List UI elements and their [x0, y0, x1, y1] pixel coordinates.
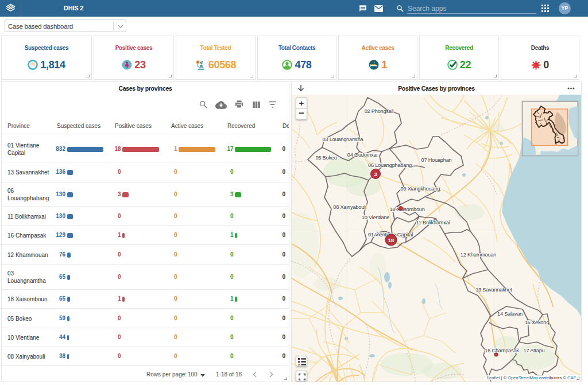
svg-text:16 Champasak: 16 Champasak [485, 348, 519, 353]
svg-text:13 Savannakhet: 13 Savannakhet [475, 287, 512, 293]
svg-text:3: 3 [374, 172, 377, 177]
svg-text:08 Xainyabouli: 08 Xainyabouli [333, 204, 366, 210]
svg-text:02 Phongsali: 02 Phongsali [365, 108, 394, 114]
svg-text:07 Houaphan: 07 Houaphan [421, 157, 452, 163]
svg-text:15 Xekong: 15 Xekong [525, 320, 549, 325]
svg-text:18 Xaisomboun: 18 Xaisomboun [389, 207, 424, 212]
svg-text:03 Louangnamtha: 03 Louangnamtha [322, 137, 363, 142]
svg-text:09 Xiangkhouang.: 09 Xiangkhouang. [401, 186, 442, 192]
svg-text:04 Oudomxai: 04 Oudomxai [347, 152, 378, 158]
svg-text:05 Bokeo: 05 Bokeo [315, 155, 336, 161]
svg-text:17 Attapu: 17 Attapu [523, 348, 544, 353]
svg-text:14 Salavan: 14 Salavan [497, 311, 523, 317]
svg-text:12 Khammouan: 12 Khammouan [461, 252, 497, 258]
svg-text:18: 18 [388, 238, 394, 243]
svg-text:10 Vientiane: 10 Vientiane [362, 215, 390, 220]
svg-text:11 Bolikhamxai: 11 Bolikhamxai [416, 220, 450, 225]
svg-text:06 Louangphabang: 06 Louangphabang [368, 162, 412, 168]
